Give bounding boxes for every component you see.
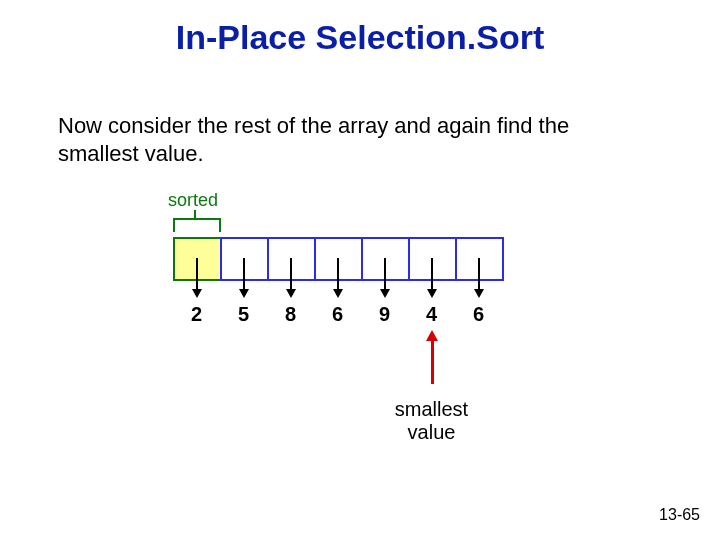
sorted-label: sorted [168,190,218,211]
array-cell-unsorted [314,237,363,281]
array-cell-unsorted [220,237,269,281]
array-value: 2 [177,303,217,326]
smallest-value-label-line2: value [408,421,456,443]
slide-title: In-Place Selection.Sort [0,18,720,57]
array-value: 9 [365,303,405,326]
slide-body-text: Now consider the rest of the array and a… [58,112,638,167]
array-cell-sorted [173,237,222,281]
sorted-bracket-stem [194,210,196,218]
smallest-value-label: smallest value [387,398,477,444]
array-cell-unsorted [455,237,504,281]
smallest-value-label-line1: smallest [395,398,468,420]
array-cell-unsorted [361,237,410,281]
page-number: 13-65 [659,506,700,524]
array-value: 8 [271,303,311,326]
sorted-bracket [173,218,221,232]
array-value: 6 [318,303,358,326]
array-cell-unsorted [408,237,457,281]
array-cell-unsorted [267,237,316,281]
array-value: 6 [459,303,499,326]
array-value: 5 [224,303,264,326]
array-value: 4 [412,303,452,326]
